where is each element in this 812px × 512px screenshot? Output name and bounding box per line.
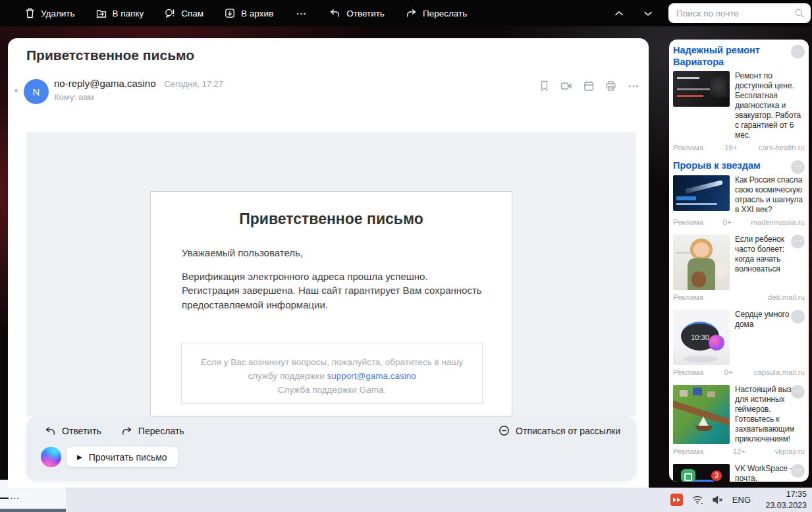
archive-button[interactable]: В архив <box>225 8 273 18</box>
spam-label: Спам <box>181 9 203 18</box>
calendar-icon[interactable] <box>583 80 594 92</box>
ad-thumbnail[interactable] <box>673 235 730 290</box>
email-header-icons <box>539 80 639 92</box>
ad-domain-link[interactable]: madeinrussia.ru <box>751 218 805 226</box>
tray-app-icon[interactable] <box>670 494 683 506</box>
delete-label: Удалить <box>41 9 75 18</box>
ad-menu-icon[interactable]: ⋯ <box>791 385 805 399</box>
ad-domain-link[interactable]: capsula.mail.ru <box>754 368 805 376</box>
taskbar-date: 23.03.2023 <box>759 500 807 511</box>
ad-footer: Реклама 18+ cars-health.ru <box>673 144 805 152</box>
delete-button[interactable]: Удалить <box>25 8 75 18</box>
ad-thumbnail[interactable]: 10:30 <box>673 310 730 365</box>
reply-label: Ответить <box>62 426 101 436</box>
email-date: Сегодня, 17:27 <box>164 79 223 89</box>
chevron-down-icon <box>643 11 653 16</box>
taskbar[interactable]: ENG 17:35 23.03.2023 <box>66 488 812 512</box>
muted-speaker-icon[interactable] <box>712 495 724 505</box>
spam-icon <box>165 8 175 18</box>
ad-title-link[interactable]: Надежный ремонт Вариатора <box>673 45 775 68</box>
ad-domain-link[interactable]: deti.mail.ru <box>768 293 805 301</box>
reply-button[interactable]: Ответить <box>45 426 101 436</box>
sender-avatar[interactable]: N <box>24 79 49 104</box>
chevron-up-icon <box>614 11 624 16</box>
search-input[interactable] <box>676 9 795 18</box>
minimize-glyph <box>0 498 9 499</box>
notification-badge: 3 <box>711 470 722 481</box>
trash-icon <box>25 8 35 18</box>
ad-text[interactable]: Ремонт по доступной цене. Бесплатная диа… <box>735 71 805 140</box>
archive-icon <box>225 8 235 18</box>
ad-domain-link[interactable]: cars-health.ru <box>759 144 805 152</box>
reply-icon <box>329 8 340 18</box>
support-email-link[interactable]: support@gama.casino <box>327 371 416 381</box>
recipient-line[interactable]: Кому: вам <box>54 92 94 102</box>
ad-footer: Реклама 0+ capsula.mail.ru <box>673 368 805 376</box>
forward-label: Переслать <box>138 426 184 436</box>
ad-card-workspace[interactable]: ⋯ •••3 VK WorkSpace - почта, коммуникаци… <box>669 459 809 482</box>
ad-footer: Реклама 12+ vkplay.ru <box>673 447 805 455</box>
unsubscribe-label: Отписаться от рассылки <box>516 426 620 436</box>
to-folder-button[interactable]: В папку <box>96 9 144 18</box>
read-letter-label: Прочитать письмо <box>89 452 167 463</box>
ad-thumbnail[interactable] <box>673 175 730 211</box>
forward-icon <box>406 8 417 18</box>
ad-card-space[interactable]: Прорыв к звездам ⋯ Как Россия спасла сво… <box>669 155 809 229</box>
prev-email-button[interactable] <box>610 5 628 22</box>
forward-button-top[interactable]: Переслать <box>406 8 467 18</box>
email-subject: Приветственное письмо <box>26 47 194 63</box>
spam-button[interactable]: Спам <box>165 8 203 18</box>
ad-thumbnail[interactable]: •••3 <box>673 464 730 482</box>
forward-button[interactable]: Переслать <box>121 426 184 436</box>
sender-address[interactable]: no-reply@gama.casino <box>54 78 155 89</box>
ad-menu-icon[interactable]: ⋯ <box>791 310 805 324</box>
ad-domain-link[interactable]: vkplay.ru <box>775 447 805 455</box>
play-icon: ▶ <box>77 453 82 461</box>
wifi-icon[interactable] <box>691 495 703 505</box>
language-indicator[interactable]: ENG <box>732 495 751 505</box>
next-email-button[interactable] <box>639 5 657 22</box>
search-box <box>668 3 811 23</box>
unsubscribe-button[interactable]: Отписаться от рассылки <box>499 425 620 436</box>
ad-thumbnail[interactable] <box>673 385 730 444</box>
system-tray: ENG 17:35 23.03.2023 <box>670 488 807 512</box>
taskbar-clock[interactable]: 17:35 23.03.2023 <box>759 489 807 511</box>
ad-menu-icon[interactable]: ⋯ <box>791 45 805 59</box>
ad-age-rating: 18+ <box>724 144 738 152</box>
voice-assistant-icon[interactable] <box>41 447 61 467</box>
video-camera-icon <box>681 469 695 482</box>
ad-menu-icon[interactable]: ⋯ <box>791 235 805 248</box>
search-icon[interactable] <box>794 8 805 18</box>
ad-label: Реклама <box>673 368 703 376</box>
archive-label: В архив <box>241 9 273 18</box>
ad-card-variator[interactable]: Надежный ремонт Вариатора ⋯ Ремонт по до… <box>669 40 809 155</box>
ad-thumbnail[interactable] <box>673 71 730 107</box>
letter-card: Приветственное письмо Уважаемый пользова… <box>150 191 512 416</box>
ad-age-rating: 0+ <box>723 218 732 226</box>
unsubscribe-icon <box>499 425 510 436</box>
support-signature: Служба поддержки Gama. <box>191 384 473 397</box>
overflow-dots[interactable]: ... <box>11 491 20 501</box>
read-letter-button[interactable]: ▶ Прочитать письмо <box>67 447 178 467</box>
ad-menu-icon[interactable]: ⋯ <box>791 160 805 174</box>
forward-icon <box>121 426 132 436</box>
window-bottom-strip <box>0 509 66 512</box>
taskbar-time: 17:35 <box>759 489 807 500</box>
unread-dot[interactable] <box>14 89 18 92</box>
bookmark-icon[interactable] <box>539 80 549 92</box>
toolbar-right-group <box>610 3 811 23</box>
reply-button-top[interactable]: Ответить <box>329 8 385 18</box>
sender-line: no-reply@gama.casino Сегодня, 17:27 <box>54 78 223 89</box>
more-actions-button[interactable]: ⋯ <box>294 7 308 20</box>
ad-title-link[interactable]: Прорыв к звездам <box>673 160 775 172</box>
video-call-icon[interactable] <box>560 81 572 91</box>
ad-menu-icon[interactable]: ⋯ <box>791 464 805 478</box>
email-action-bar: Ответить Переслать Отписаться от рассылк… <box>26 416 636 481</box>
more-options-icon[interactable] <box>628 81 639 92</box>
ad-text[interactable]: Как Россия спасла свою космическую отрас… <box>735 175 805 215</box>
reply-icon <box>45 426 56 436</box>
print-icon[interactable] <box>605 80 616 92</box>
ad-card-deti[interactable]: ⋯ Если ребенок часто болеет: когда начат… <box>669 229 809 304</box>
ad-card-vkplay[interactable]: ⋯ Настоящий вызов для истинных геймеров.… <box>669 380 809 459</box>
ad-card-capsula[interactable]: ⋯ 10:30 Сердце умного дома Реклама 0+ ca… <box>669 304 809 380</box>
